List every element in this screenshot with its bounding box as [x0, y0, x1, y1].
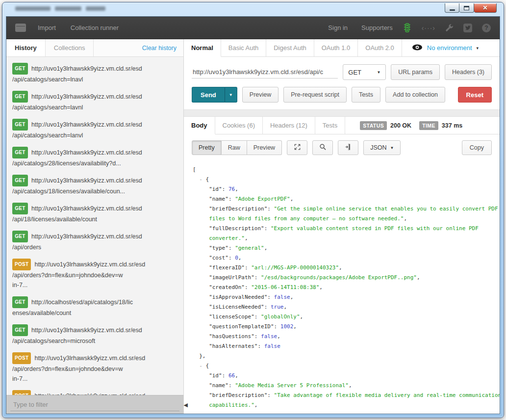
method-badge: POST: [12, 352, 31, 364]
preview-button[interactable]: Preview: [242, 87, 278, 103]
history-list[interactable]: GEThttp://uvo1y3lrhawskk9yizz.vm.cld.sr/…: [6, 57, 183, 395]
code-line: converter.",: [193, 234, 500, 243]
history-item-url-wrap: in-7...: [12, 280, 177, 290]
tab-resp-tests[interactable]: Tests: [315, 117, 345, 134]
tab-cookies[interactable]: Cookies (6): [215, 117, 263, 134]
wrench-icon[interactable]: [445, 24, 454, 32]
language-select[interactable]: JSON ▼: [363, 140, 401, 155]
method-badge: GET: [12, 324, 28, 336]
clear-history-link[interactable]: Clear history: [142, 45, 183, 52]
url-params-button[interactable]: URL params: [391, 64, 440, 80]
tab-oauth-1[interactable]: OAuth 1.0: [314, 39, 358, 56]
history-item-url: GEThttp://uvo1y3lrhawskk9yizz.vm.cld.sr/…: [12, 324, 177, 336]
environment-selector[interactable]: No environment ▾: [412, 39, 479, 56]
history-item-url: GEThttp://uvo1y3lrhawskk9yizz.vm.cld.sr/…: [12, 91, 177, 103]
app-window: Import Collection runner Sign in Support…: [6, 16, 500, 414]
twitter-icon[interactable]: [463, 24, 472, 32]
history-item[interactable]: POSThttp://uvo1y3lrhawskk9yizz.vm.cld.sr…: [6, 255, 183, 292]
tab-resp-headers[interactable]: Headers (12): [263, 117, 315, 134]
history-item[interactable]: GEThttp://uvo1y3lrhawskk9yizz.vm.cld.sr/…: [6, 320, 183, 348]
history-item[interactable]: GEThttp://uvo1y3lrhawskk9yizz.vm.cld.sr/…: [6, 115, 183, 143]
supporters-button[interactable]: Supporters: [361, 24, 393, 31]
headers-button[interactable]: Headers (3): [445, 64, 492, 80]
code-line: "flexeraID": "arl://MGS-APP-00000140323"…: [193, 263, 500, 273]
code-line: - {: [193, 175, 500, 184]
send-button[interactable]: Send: [192, 87, 225, 103]
code-snippet-icon[interactable]: ‹···›: [422, 24, 435, 32]
tab-digest-auth[interactable]: Digest Auth: [266, 39, 314, 56]
history-item[interactable]: GEThttp://localhost/esd/api/catalogs/18/…: [6, 292, 183, 320]
history-item[interactable]: GEThttp://uvo1y3lrhawskk9yizz.vm.cld.sr/…: [6, 171, 183, 199]
eye-icon: [412, 44, 423, 52]
history-item-url: POSThttp://uvo1y3lrhawskk9yizz.vm.cld.sr…: [12, 390, 177, 395]
url-row: GET ▼ URL params Headers (3): [184, 57, 500, 84]
sign-in-button[interactable]: Sign in: [328, 24, 348, 31]
method-badge: GET: [12, 119, 28, 131]
copy-button[interactable]: Copy: [462, 140, 492, 155]
url-input[interactable]: [192, 66, 338, 79]
history-item-url: GEThttp://uvo1y3lrhawskk9yizz.vm.cld.sr/…: [12, 203, 177, 214]
help-icon[interactable]: ?: [482, 24, 491, 32]
tab-oauth-2[interactable]: OAuth 2.0: [358, 39, 402, 56]
window-controls: ✕: [445, 3, 497, 13]
titlebar: ✕: [2, 2, 504, 16]
reset-button[interactable]: Reset: [458, 87, 492, 103]
method-select[interactable]: GET ▼: [343, 64, 386, 80]
auth-tabs: Normal Basic Auth Digest Auth OAuth 1.0 …: [184, 39, 500, 57]
raw-button[interactable]: Raw: [222, 140, 247, 155]
prerequest-script-button[interactable]: Pre-request script: [283, 87, 347, 103]
code-line: capabilities.",: [193, 400, 500, 410]
history-item-url-wrap: /api/orders: [12, 242, 177, 252]
history-item[interactable]: POSThttp://uvo1y3lrhawskk9yizz.vm.cld.sr…: [6, 386, 183, 395]
request-response-panel: Normal Basic Auth Digest Auth OAuth 1.0 …: [184, 39, 500, 414]
method-badge: GET: [12, 175, 28, 186]
filter-input[interactable]: [13, 401, 163, 408]
maximize-button[interactable]: [459, 3, 474, 13]
chevron-down-icon: ▼: [377, 70, 380, 75]
history-item-url: GEThttp://uvo1y3lrhawskk9yizz.vm.cld.sr/…: [12, 119, 177, 131]
history-item-url-wrap: in-7...: [12, 374, 177, 384]
history-item[interactable]: GEThttp://uvo1y3lrhawskk9yizz.vm.cld.sr/…: [6, 227, 183, 255]
code-line: "briefDescription": "Take advantage of f…: [193, 391, 500, 400]
tab-normal[interactable]: Normal: [184, 39, 221, 57]
history-item[interactable]: POSThttp://uvo1y3lrhawskk9yizz.vm.cld.sr…: [6, 348, 183, 386]
history-item-url-wrap: /api/18/licenses/available/count: [12, 214, 177, 224]
filter-bar: [6, 395, 183, 414]
status-value: 200 OK: [390, 122, 411, 129]
history-item[interactable]: GEThttp://uvo1y3lrhawskk9yizz.vm.cld.sr/…: [6, 143, 183, 171]
environment-label: No environment: [427, 44, 472, 52]
expand-button[interactable]: [287, 140, 307, 155]
method-badge: POST: [12, 259, 31, 270]
collapse-sidebar-icon[interactable]: ◀: [184, 402, 188, 408]
collection-runner-button[interactable]: Collection runner: [71, 24, 119, 31]
tests-button[interactable]: Tests: [352, 87, 380, 103]
close-icon: ✕: [482, 4, 487, 12]
tab-history[interactable]: History: [6, 39, 46, 56]
history-item[interactable]: GEThttp://uvo1y3lrhawskk9yizz.vm.cld.sr/…: [6, 59, 183, 87]
history-item[interactable]: GEThttp://uvo1y3lrhawskk9yizz.vm.cld.sr/…: [6, 199, 183, 227]
import-button[interactable]: Import: [38, 24, 56, 31]
traffic-light-icon[interactable]: [403, 23, 412, 32]
code-line: "questionTemplateID": 1002,: [193, 322, 500, 332]
response-body-code[interactable]: [ - { "id": 76, "name": "Adobe ExportPDF…: [184, 161, 500, 414]
collections-drawer-icon[interactable]: [15, 24, 26, 32]
minimize-button[interactable]: [445, 3, 459, 13]
history-item-url: POSThttp://uvo1y3lrhawskk9yizz.vm.cld.sr…: [12, 352, 177, 364]
add-to-collection-button[interactable]: Add to collection: [385, 87, 445, 103]
collapse-indent-button[interactable]: [338, 140, 358, 155]
history-item[interactable]: GEThttp://uvo1y3lrhawskk9yizz.vm.cld.sr/…: [6, 87, 183, 115]
tab-basic-auth[interactable]: Basic Auth: [221, 39, 266, 56]
preview-view-button[interactable]: Preview: [247, 140, 282, 155]
close-button[interactable]: ✕: [474, 3, 497, 13]
tab-collections[interactable]: Collections: [46, 39, 94, 56]
tab-body[interactable]: Body: [184, 117, 215, 134]
chevron-down-icon: ▼: [390, 146, 394, 150]
chevron-down-icon: ▼: [229, 93, 233, 97]
search-button[interactable]: [312, 140, 333, 155]
window-frame: ✕ Import Collection runner Sign in Suppo…: [2, 2, 504, 418]
history-item-url: GEThttp://uvo1y3lrhawskk9yizz.vm.cld.sr/…: [12, 231, 177, 242]
pretty-button[interactable]: Pretty: [192, 140, 222, 155]
send-options-button[interactable]: ▼: [225, 87, 237, 103]
history-item-url: POSThttp://uvo1y3lrhawskk9yizz.vm.cld.sr…: [12, 259, 177, 270]
minimize-icon: [450, 9, 455, 11]
